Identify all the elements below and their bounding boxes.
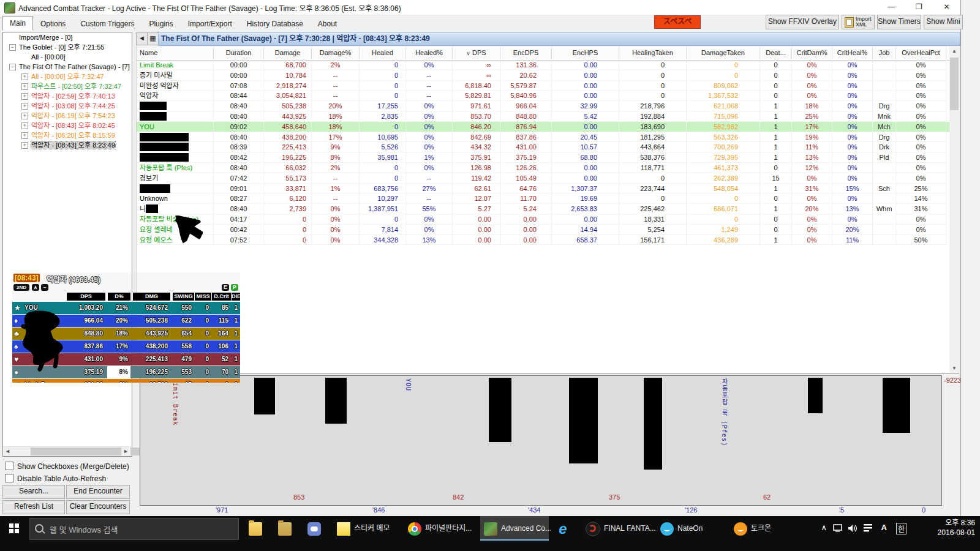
table-row[interactable]: 08:39225,4139%5,5260%434.32431.0010.5744… xyxy=(137,142,950,152)
column-header-job[interactable]: Job xyxy=(873,47,896,59)
overlay-row[interactable]: ●375.198%196,2255530701 xyxy=(12,366,240,378)
tab-plugins[interactable]: Plugins xyxy=(141,17,180,31)
table-row[interactable]: 08:40443,92518%2,8350%853.70848.805.4219… xyxy=(137,111,950,122)
ime-latin-indicator[interactable]: A xyxy=(881,523,887,532)
disable-refresh-checkbox[interactable] xyxy=(5,474,13,482)
tree-item[interactable]: −The Goblet - [0] 오후 7:21:55 xyxy=(3,42,132,52)
column-header-dps[interactable]: ∨ DPS xyxy=(453,47,500,59)
table-row[interactable]: 자동포탑 비습 (Pfes)04:1700%00%0.000.000.0018,… xyxy=(137,214,950,225)
expand-icon[interactable]: + xyxy=(21,103,28,110)
overlay-row[interactable]: ♣848.8018%443,92565401641 xyxy=(12,328,240,340)
tree-item[interactable]: +억압자 - [08:43] 오후 8:02:45 xyxy=(3,121,132,130)
taskbar-item-discord[interactable] xyxy=(304,516,332,541)
overlay-column-dmg[interactable]: DMG xyxy=(132,293,170,301)
taskbar-item-nateon[interactable]: NateOn xyxy=(657,516,713,541)
network-icon[interactable] xyxy=(833,524,843,534)
taskbar-item-ffxiv[interactable]: FINAL FANTA... xyxy=(582,516,653,541)
column-header-critdampct[interactable]: CritDam% xyxy=(792,47,832,59)
table-row[interactable]: 요정 에오스07:5200%344,32813%0.000.00658.3715… xyxy=(137,235,950,246)
show-checkboxes-row[interactable]: Show Checkboxes (Merge/Delete) xyxy=(5,462,129,471)
overlay-column-miss[interactable]: MISS xyxy=(194,293,211,301)
overlay-column-die[interactable]: DIE xyxy=(231,293,240,301)
import-xml-button[interactable]: Import XML xyxy=(842,15,875,29)
scrollbar-thumb[interactable] xyxy=(950,58,959,110)
overlay-e-button[interactable]: E xyxy=(222,284,229,291)
start-button[interactable] xyxy=(0,516,28,541)
overlay-row[interactable]: ♦966.0420%505,23862201151 xyxy=(12,315,240,327)
tree-item[interactable]: −The Fist Of The Father (Savage) - [7] 오 xyxy=(3,62,132,72)
column-header-encdps[interactable]: EncDPS xyxy=(500,47,552,59)
table-row[interactable]: Limit Break00:0068,7002%00%∞131.360.0000… xyxy=(137,60,950,70)
column-header-healedpct[interactable]: Healed% xyxy=(406,47,453,59)
expand-icon[interactable]: + xyxy=(21,73,28,80)
overlay-column-dcrit[interactable]: D.Crit xyxy=(211,293,231,301)
tree-item[interactable]: +파우스트 - [02:50] 오후 7:32:47 xyxy=(3,81,132,91)
search-button[interactable]: Search... xyxy=(2,485,65,499)
expand-icon[interactable]: + xyxy=(21,132,28,139)
table-row[interactable]: 경보기07:4255,173--0--119.42105.490.000262,… xyxy=(137,173,950,184)
overlay-minimize-button[interactable]: − xyxy=(41,284,48,291)
collapse-icon[interactable]: − xyxy=(9,44,16,51)
taskbar-item-talkon[interactable]: 토크온 xyxy=(730,516,782,541)
table-row[interactable]: YOU09:02458,64018%00%846.20876.940.00183… xyxy=(137,122,950,132)
close-button[interactable]: ✕ xyxy=(933,0,960,14)
tree-item[interactable]: Import/Merge - [0] xyxy=(3,32,132,42)
spespe-button[interactable]: スペスペ xyxy=(654,15,701,29)
tab-history-database[interactable]: History Database xyxy=(239,17,311,31)
taskbar-search-box[interactable]: 웹 및 Windows 검색 xyxy=(29,518,239,540)
expand-icon[interactable]: + xyxy=(21,83,28,90)
taskbar-clock[interactable]: 오후 8:36 2016-08-01 xyxy=(938,518,975,538)
tree-item[interactable]: +억압자 - [06:20] 오후 8:15:59 xyxy=(3,130,132,140)
scroll-down-arrow[interactable]: ▼ xyxy=(949,364,959,373)
taskbar-item-ie[interactable]: e xyxy=(552,516,581,541)
table-row[interactable]: 니08:402,7390%1,387,95155%5.275.242,653.8… xyxy=(137,204,950,214)
ime-hangul-indicator[interactable]: 한 xyxy=(896,523,907,534)
scroll-right-arrow[interactable]: ► xyxy=(121,447,130,456)
tab-about[interactable]: About xyxy=(311,17,344,31)
tab-custom-triggers[interactable]: Custom Triggers xyxy=(73,17,141,31)
taskbar-item-chrome[interactable]: 파이널판타지... xyxy=(404,516,477,541)
table-row[interactable]: Unknown08:276,120--10,297--12.0711.7019.… xyxy=(137,193,950,204)
overlay-p-button[interactable]: P xyxy=(231,284,238,291)
end-encounter-button[interactable]: End Encounter xyxy=(66,485,130,499)
column-header-enchps[interactable]: EncHPS xyxy=(552,47,619,59)
tray-chevron-icon[interactable]: ∧ xyxy=(821,523,827,532)
tree-item[interactable]: +억압자 - [02:59] 오후 7:40:13 xyxy=(3,91,132,101)
show-timers-button[interactable]: Show Timers xyxy=(877,15,921,29)
table-row[interactable]: 미완성 억압자07:082,918,274--0--6,818.405,579.… xyxy=(137,81,950,91)
table-row[interactable]: 요정 셀레네00:4200%7,8140%0.000.0014.945,2541… xyxy=(137,225,950,235)
overlay-column-dps[interactable]: DPS xyxy=(66,293,105,301)
column-header-damagetaken[interactable]: DamageTaken xyxy=(687,47,760,59)
overlay-row[interactable]: ♥431.009%225,4134790521 xyxy=(12,353,240,365)
scroll-left-arrow[interactable]: ◄ xyxy=(3,447,12,456)
table-row[interactable]: 증기 미사일00:0010,784--0--∞20.620.000000%0%0… xyxy=(137,70,950,81)
tab-import-export[interactable]: Import/Export xyxy=(181,17,239,31)
expand-icon[interactable]: + xyxy=(21,93,28,100)
table-row[interactable]: 09:0133,8711%683,75627%62.6164.761,307.3… xyxy=(137,184,950,194)
overlay-collapse-button[interactable]: ∧ xyxy=(32,284,39,291)
show-ffxiv-overlay-button[interactable]: Show FFXIV Overlay xyxy=(766,15,839,29)
taskbar-item-act[interactable]: Advanced Co... xyxy=(480,516,549,541)
table-row[interactable]: 08:40438,20017%10,6950%842.69837.8620.45… xyxy=(137,132,950,143)
tree-item[interactable]: All - [00:00] xyxy=(3,52,132,62)
taskbar-item-folder[interactable] xyxy=(274,516,303,541)
refresh-list-button[interactable]: Refresh List xyxy=(2,500,65,514)
tab-main[interactable]: Main xyxy=(2,16,33,31)
volume-icon[interactable] xyxy=(848,524,858,534)
column-header-damagepct[interactable]: Damage% xyxy=(312,47,360,59)
column-header-duration[interactable]: Duration xyxy=(214,47,264,59)
back-button[interactable]: ◄ xyxy=(136,32,148,45)
tree-horizontal-scrollbar[interactable]: ◄ ► xyxy=(3,446,130,456)
expand-icon[interactable]: + xyxy=(21,122,28,129)
show-mini-button[interactable]: Show Mini xyxy=(924,15,963,29)
overlay-column-d[interactable]: D% xyxy=(107,293,130,301)
column-header-damage[interactable]: Damage xyxy=(264,47,312,59)
maximize-button[interactable]: ❐ xyxy=(905,0,933,14)
table-row[interactable]: 자동포탑 룩 (Pfes)08:4066,0322%00%126.98126.2… xyxy=(137,163,950,173)
taskbar-item-sticky-memo[interactable]: 스티커 메모 xyxy=(333,516,401,541)
collapse-icon[interactable]: − xyxy=(9,64,16,70)
table-row[interactable]: 억압자08:443,054,821--0--5,829.815,840.960.… xyxy=(137,91,950,101)
expand-icon[interactable]: + xyxy=(21,113,28,119)
ffxiv-mini-overlay[interactable]: [08:43] 억압자 (4663.45) 2ND ∧ − E P DPSD%D… xyxy=(12,272,240,383)
column-header-name[interactable]: Name xyxy=(137,47,214,59)
